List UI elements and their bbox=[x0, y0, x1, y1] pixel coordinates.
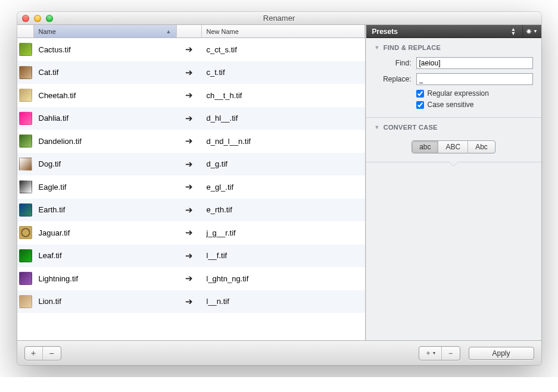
column-header-arrow[interactable] bbox=[177, 25, 202, 37]
find-replace-heading[interactable]: FIND & REPLACE bbox=[375, 44, 533, 51]
arrow-right-icon: ➔ bbox=[177, 136, 202, 146]
arrow-right-icon: ➔ bbox=[177, 159, 202, 170]
add-files-button[interactable]: ＋ bbox=[25, 347, 43, 360]
convert-case-option[interactable]: Abc bbox=[468, 141, 495, 153]
file-original-name: Cheetah.tif bbox=[34, 91, 177, 100]
sort-ascending-icon: ▲ bbox=[166, 29, 172, 35]
footer-toolbar: ＋ − ＋▾ − Apply bbox=[17, 340, 541, 365]
file-thumbnail bbox=[19, 89, 32, 102]
table-row[interactable]: Earth.tif➔e_rth.tif bbox=[17, 199, 365, 222]
column-header-name[interactable]: Name ▲ bbox=[34, 25, 177, 37]
column-header-name-label: Name bbox=[39, 28, 56, 35]
find-label: Find: bbox=[375, 59, 412, 67]
convert-case-option[interactable]: abc bbox=[412, 141, 438, 153]
convert-case-heading[interactable]: CONVERT CASE bbox=[375, 124, 533, 131]
gear-icon: ✷ bbox=[526, 27, 532, 36]
file-new-name: c_t.tif bbox=[202, 68, 365, 77]
arrow-right-icon: ➔ bbox=[177, 250, 202, 261]
table-row[interactable]: Lightning.tif➔l_ghtn_ng.tif bbox=[17, 267, 365, 290]
titlebar: Renamer bbox=[17, 12, 541, 25]
column-header-newname[interactable]: New Name bbox=[202, 25, 365, 37]
app-window: Renamer Name ▲ New Name Cactus.tif➔c_ct_… bbox=[17, 12, 541, 365]
add-preset-button[interactable]: ＋▾ bbox=[419, 347, 442, 360]
file-new-name: d_nd_l__n.tif bbox=[202, 137, 365, 146]
file-new-name: e_rth.tif bbox=[202, 205, 365, 214]
apply-button[interactable]: Apply bbox=[469, 347, 534, 360]
file-new-name: e_gl_.tif bbox=[202, 183, 365, 192]
file-thumbnail bbox=[19, 272, 32, 285]
table-row[interactable]: Dog.tif➔d_g.tif bbox=[17, 153, 365, 176]
table-row[interactable]: Jaguar.tif➔j_g__r.tif bbox=[17, 221, 365, 244]
window-title: Renamer bbox=[17, 14, 541, 23]
updown-icon: ▲▼ bbox=[511, 27, 516, 36]
file-thumbnail bbox=[19, 249, 32, 262]
arrow-right-icon: ➔ bbox=[177, 205, 202, 215]
remove-preset-button[interactable]: − bbox=[442, 347, 460, 360]
minimize-window-button[interactable] bbox=[34, 15, 41, 22]
table-row[interactable]: Cat.tif➔c_t.tif bbox=[17, 61, 365, 84]
file-thumbnail bbox=[19, 43, 32, 56]
file-thumbnail bbox=[19, 134, 32, 148]
arrow-right-icon: ➔ bbox=[177, 296, 202, 307]
arrow-right-icon: ➔ bbox=[177, 44, 202, 55]
file-new-name: j_g__r.tif bbox=[202, 228, 365, 237]
zoom-window-button[interactable] bbox=[46, 15, 53, 22]
replace-label: Replace: bbox=[375, 75, 412, 83]
column-header-newname-label: New Name bbox=[207, 28, 239, 35]
table-row[interactable]: Eagle.tif➔e_gl_.tif bbox=[17, 175, 365, 199]
file-add-remove-group: ＋ − bbox=[24, 346, 61, 360]
arrow-right-icon: ➔ bbox=[177, 113, 202, 124]
file-thumbnail bbox=[19, 158, 32, 171]
convert-case-option[interactable]: ABC bbox=[438, 141, 468, 153]
file-original-name: Leaf.tif bbox=[34, 251, 177, 260]
file-original-name: Dahlia.tif bbox=[34, 114, 177, 123]
file-original-name: Eagle.tif bbox=[34, 183, 177, 192]
presets-dropdown[interactable]: Presets ▲▼ bbox=[366, 27, 522, 36]
find-input[interactable] bbox=[416, 57, 533, 69]
arrow-right-icon: ➔ bbox=[177, 90, 202, 101]
convert-case-segmented: abcABCAbc bbox=[412, 140, 495, 153]
file-list-pane: Name ▲ New Name Cactus.tif➔c_ct_s.tifCat… bbox=[17, 25, 366, 340]
file-new-name: l__f.tif bbox=[202, 251, 365, 260]
regex-checkbox[interactable] bbox=[416, 90, 424, 98]
file-thumbnail bbox=[19, 295, 32, 308]
file-new-name: d_hl__.tif bbox=[202, 114, 365, 123]
find-replace-section: FIND & REPLACE Find: Replace: Regular ex… bbox=[366, 38, 541, 118]
file-rows-scroll[interactable]: Cactus.tif➔c_ct_s.tifCat.tif➔c_t.tifChee… bbox=[17, 38, 365, 340]
file-thumbnail bbox=[19, 112, 32, 125]
table-row[interactable]: Dandelion.tif➔d_nd_l__n.tif bbox=[17, 130, 365, 153]
arrow-right-icon: ➔ bbox=[177, 227, 202, 238]
convert-case-section: CONVERT CASE abcABCAbc bbox=[366, 118, 541, 162]
file-thumbnail bbox=[19, 180, 32, 193]
table-row[interactable]: Cheetah.tif➔ch__t_h.tif bbox=[17, 84, 365, 107]
case-sensitive-checkbox[interactable] bbox=[416, 101, 424, 109]
close-window-button[interactable] bbox=[22, 15, 29, 22]
sidebar-header: Presets ▲▼ ✷▼ bbox=[366, 25, 541, 38]
file-new-name: c_ct_s.tif bbox=[202, 45, 365, 54]
table-row[interactable]: Dahlia.tif➔d_hl__.tif bbox=[17, 107, 365, 130]
table-row[interactable]: Cactus.tif➔c_ct_s.tif bbox=[17, 38, 365, 61]
table-row[interactable]: Leaf.tif➔l__f.tif bbox=[17, 244, 365, 268]
file-original-name: Cat.tif bbox=[34, 68, 177, 77]
file-original-name: Jaguar.tif bbox=[34, 228, 177, 237]
remove-files-button[interactable]: − bbox=[43, 347, 61, 360]
arrow-right-icon: ➔ bbox=[177, 181, 202, 192]
column-header-thumbnail[interactable] bbox=[17, 25, 34, 37]
preset-add-remove-group: ＋▾ − bbox=[419, 346, 460, 360]
sidebar: Presets ▲▼ ✷▼ FIND & REPLACE Find: Repla… bbox=[366, 25, 541, 340]
file-original-name: Earth.tif bbox=[34, 205, 177, 214]
file-thumbnail bbox=[19, 226, 32, 239]
arrow-right-icon: ➔ bbox=[177, 67, 202, 78]
file-thumbnail bbox=[19, 203, 32, 217]
file-original-name: Lightning.tif bbox=[34, 274, 177, 283]
case-sensitive-checkbox-label: Case sensitive bbox=[428, 101, 474, 109]
file-original-name: Dog.tif bbox=[34, 159, 177, 168]
content-area: Name ▲ New Name Cactus.tif➔c_ct_s.tifCat… bbox=[17, 25, 541, 340]
arrow-right-icon: ➔ bbox=[177, 273, 202, 284]
replace-input[interactable] bbox=[416, 73, 533, 85]
table-row[interactable]: Lion.tif➔l__n.tif bbox=[17, 290, 365, 313]
file-new-name: l_ghtn_ng.tif bbox=[202, 274, 365, 283]
presets-actions-menu[interactable]: ✷▼ bbox=[522, 25, 541, 37]
chevron-down-icon: ▼ bbox=[533, 29, 538, 34]
file-thumbnail bbox=[19, 66, 32, 79]
